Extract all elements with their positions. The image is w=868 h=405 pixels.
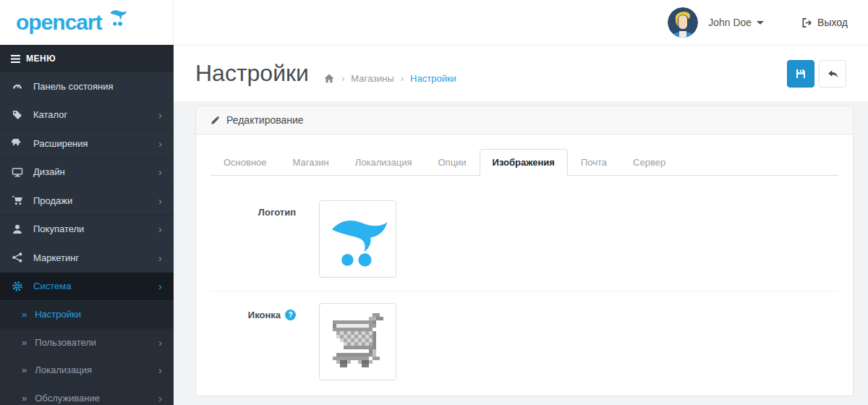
save-button[interactable] <box>787 60 814 88</box>
sidebar-item-dashboard[interactable]: Панель состояния <box>0 72 174 101</box>
sidebar-item-marketing[interactable]: Маркетинг › <box>0 244 174 273</box>
monitor-icon <box>12 166 24 178</box>
logo-label: Логотип <box>210 200 296 278</box>
chevron-right-icon: › <box>158 223 162 234</box>
tab-store[interactable]: Магазин <box>280 149 342 176</box>
double-angle-icon: » <box>22 309 27 320</box>
opencart-logo-image <box>327 208 389 270</box>
sidebar: МЕНЮ Панель состояния Каталог › Расширен… <box>0 45 174 405</box>
save-icon <box>795 68 807 80</box>
breadcrumb-separator: › <box>341 73 344 84</box>
tab-general[interactable]: Основное <box>210 149 280 176</box>
sidebar-menu-header[interactable]: МЕНЮ <box>0 45 174 72</box>
sidebar-item-label: Маркетинг <box>33 252 158 263</box>
double-angle-icon: » <box>22 337 27 348</box>
logout-icon <box>801 17 812 28</box>
breadcrumb-separator: › <box>401 73 404 84</box>
sidebar-item-extensions[interactable]: Расширения › <box>0 129 174 158</box>
dashboard-icon <box>12 80 24 92</box>
opencart-logo[interactable]: opencart <box>0 0 174 45</box>
double-angle-icon: » <box>22 364 27 375</box>
panel-heading: Редактирование <box>196 106 853 135</box>
puzzle-icon <box>12 137 24 149</box>
icon-form-row: Иконка ? <box>210 291 838 393</box>
home-icon[interactable] <box>323 73 335 84</box>
sidebar-item-label: Дизайн <box>33 166 158 177</box>
favicon-image-thumbnail[interactable] <box>319 303 396 380</box>
logo-label-text: Логотип <box>258 207 296 218</box>
chevron-right-icon: › <box>158 364 162 375</box>
double-angle-icon: » <box>22 393 27 404</box>
edit-panel: Редактирование Основное Магазин Локализа… <box>195 106 854 396</box>
sidebar-item-label: Расширения <box>33 138 158 149</box>
help-icon[interactable]: ? <box>285 310 296 320</box>
chevron-right-icon: › <box>158 166 162 177</box>
header-buttons <box>787 60 846 88</box>
images-form: Логотип Иконка <box>210 176 838 393</box>
chevron-right-icon: › <box>158 109 162 120</box>
cart-icon <box>12 195 24 206</box>
sidebar-subitem-label: Пользователи <box>35 337 158 348</box>
menu-label: МЕНЮ <box>26 54 56 64</box>
user-menu[interactable]: John Doe <box>708 17 764 28</box>
chevron-right-icon: › <box>158 281 162 291</box>
gear-icon <box>12 281 24 292</box>
top-header: opencart John Doe <box>0 0 868 45</box>
share-icon <box>12 252 24 263</box>
icon-label: Иконка ? <box>210 303 296 380</box>
sidebar-subitem-label: Обслуживание <box>35 393 158 404</box>
sidebar-subitem-maintenance[interactable]: » Обслуживание › <box>0 385 174 405</box>
logout-button[interactable]: Выход <box>801 17 848 28</box>
icon-label-text: Иконка <box>248 310 281 320</box>
content-area: Редактирование Основное Магазин Локализа… <box>174 101 868 396</box>
chevron-right-icon: › <box>158 393 162 404</box>
user-icon <box>12 223 24 235</box>
sidebar-item-design[interactable]: Дизайн › <box>0 158 174 187</box>
sidebar-item-customers[interactable]: Покупатели › <box>0 216 174 244</box>
hamburger-icon <box>11 55 20 63</box>
breadcrumb-settings[interactable]: Настройки <box>410 73 456 84</box>
user-name-label: John Doe <box>708 17 752 28</box>
sidebar-subitem-users[interactable]: » Пользователи › <box>0 329 174 357</box>
chevron-right-icon: › <box>158 252 162 263</box>
chevron-right-icon: › <box>158 138 162 149</box>
sidebar-subitem-localisation[interactable]: » Локализация › <box>0 357 174 385</box>
logo-form-row: Логотип <box>210 189 838 291</box>
panel-body: Основное Магазин Локализация Опции Изобр… <box>196 135 853 396</box>
breadcrumb-stores[interactable]: Магазины <box>351 73 394 84</box>
main-content: Настройки › Магазины › Настройки <box>174 45 868 405</box>
tag-icon <box>12 109 24 121</box>
sidebar-item-label: Продажи <box>33 195 158 206</box>
sidebar-item-system[interactable]: Система › <box>0 273 174 302</box>
opencart-swoosh-icon <box>106 8 130 27</box>
tab-localisation[interactable]: Локализация <box>342 149 425 176</box>
breadcrumb: › Магазины › Настройки <box>323 73 456 84</box>
sidebar-subitem-label: Настройки <box>35 309 162 320</box>
page-header: Настройки › Магазины › Настройки <box>174 45 868 101</box>
back-button[interactable] <box>819 60 846 88</box>
tab-server[interactable]: Сервер <box>620 149 678 176</box>
sidebar-item-label: Панель состояния <box>33 81 162 92</box>
caret-down-icon <box>757 21 764 25</box>
sidebar-subitem-settings[interactable]: » Настройки <box>0 301 174 329</box>
opencart-wordmark: opencart <box>16 10 102 35</box>
pencil-icon <box>210 116 220 125</box>
header-user-area: John Doe Выход <box>668 7 868 38</box>
sidebar-item-label: Система <box>33 281 158 291</box>
sidebar-item-label: Покупатели <box>33 223 158 234</box>
sidebar-item-sales[interactable]: Продажи › <box>0 187 174 216</box>
chevron-right-icon: › <box>158 195 162 206</box>
tab-images[interactable]: Изображения <box>480 149 568 176</box>
logout-label: Выход <box>817 17 848 28</box>
panel-heading-label: Редактирование <box>226 114 304 126</box>
sidebar-item-catalog[interactable]: Каталог › <box>0 101 174 130</box>
tab-options[interactable]: Опции <box>425 149 479 176</box>
settings-tabs: Основное Магазин Локализация Опции Изобр… <box>210 149 838 176</box>
page-title: Настройки <box>195 60 309 87</box>
user-avatar[interactable] <box>668 7 698 38</box>
logo-image-thumbnail[interactable] <box>319 200 396 278</box>
sidebar-subitem-label: Локализация <box>35 364 158 375</box>
back-arrow-icon <box>827 68 839 80</box>
chevron-right-icon: › <box>158 337 162 348</box>
tab-mail[interactable]: Почта <box>568 149 620 176</box>
